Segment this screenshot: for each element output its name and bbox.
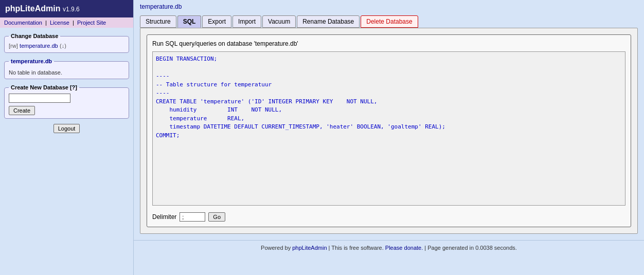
app-name: phpLiteAdmin: [5, 4, 61, 13]
sidebar: phpLiteAdmin v1.9.6 Documentation | Lice…: [0, 0, 134, 275]
tab-delete[interactable]: Delete Database: [361, 15, 418, 28]
footer-generated: | Page generated in 0.0038 seconds.: [424, 245, 517, 251]
app-version: v1.9.6: [63, 6, 80, 13]
change-database-legend: Change Database: [9, 33, 60, 39]
tab-sql[interactable]: SQL: [177, 15, 202, 28]
db-symbol: (↓): [60, 43, 66, 49]
create-db-button[interactable]: Create: [9, 106, 35, 115]
db-title-link[interactable]: temperature.db: [140, 3, 182, 10]
delimiter-row: Delimiter Go: [152, 212, 625, 222]
sidebar-header: phpLiteAdmin v1.9.6: [0, 0, 133, 17]
temperature-db-legend: temperature.db: [9, 58, 54, 64]
sidebar-links: Documentation | License | Project Site: [0, 17, 133, 28]
create-db-help: [?]: [70, 84, 77, 90]
documentation-link[interactable]: Documentation: [4, 20, 42, 26]
license-link[interactable]: License: [50, 20, 69, 26]
tab-export[interactable]: Export: [202, 15, 231, 28]
current-db-link[interactable]: temperature.db: [20, 43, 58, 49]
sep1: |: [45, 20, 47, 26]
footer-app-link[interactable]: phpLiteAdmin: [292, 245, 327, 251]
footer-powered-by: Powered by: [261, 245, 291, 251]
logout-button[interactable]: Logout: [53, 124, 80, 133]
sql-section-title: Run SQL query/queries on database 'tempe…: [152, 40, 625, 47]
project-site-link[interactable]: Project Site: [77, 20, 106, 26]
main-content: temperature.db Structure SQL Export Impo…: [134, 0, 644, 275]
temperature-db-section: temperature.db No table in database.: [4, 58, 129, 79]
rw-label: [rw]: [9, 43, 18, 49]
create-db-input[interactable]: [9, 94, 70, 103]
delimiter-label: Delimiter: [152, 213, 176, 221]
tab-structure[interactable]: Structure: [140, 15, 176, 28]
sql-section: Run SQL query/queries on database 'tempe…: [147, 34, 631, 227]
change-database-section: Change Database [rw] temperature.db (↓): [4, 33, 129, 53]
create-database-section: Create New Database [?] Create: [4, 84, 129, 119]
main-panel: Run SQL query/queries on database 'tempe…: [140, 28, 638, 234]
temperature-db-section-link[interactable]: temperature.db: [11, 58, 52, 64]
delimiter-input[interactable]: [180, 212, 205, 222]
tab-vacuum[interactable]: Vacuum: [262, 15, 296, 28]
no-table-text: No table in database.: [9, 69, 124, 76]
create-database-legend: Create New Database [?]: [9, 84, 79, 90]
go-button[interactable]: Go: [208, 212, 225, 222]
footer-donate-link[interactable]: Please donate.: [385, 245, 423, 251]
tab-bar: Structure SQL Export Import Vacuum Renam…: [134, 13, 644, 28]
logout-container: Logout: [4, 124, 129, 133]
main-db-title: temperature.db: [134, 0, 644, 13]
tab-import[interactable]: Import: [232, 15, 261, 28]
sql-textarea[interactable]: [152, 51, 625, 206]
footer: Powered by phpLiteAdmin | This is free s…: [134, 240, 644, 255]
tab-rename[interactable]: Rename Database: [297, 15, 360, 28]
create-db-legend-text: Create New Database: [11, 84, 68, 90]
sep2: |: [73, 20, 74, 26]
footer-free-text: | This is free software.: [329, 245, 384, 251]
current-db-row: [rw] temperature.db (↓): [9, 42, 124, 49]
